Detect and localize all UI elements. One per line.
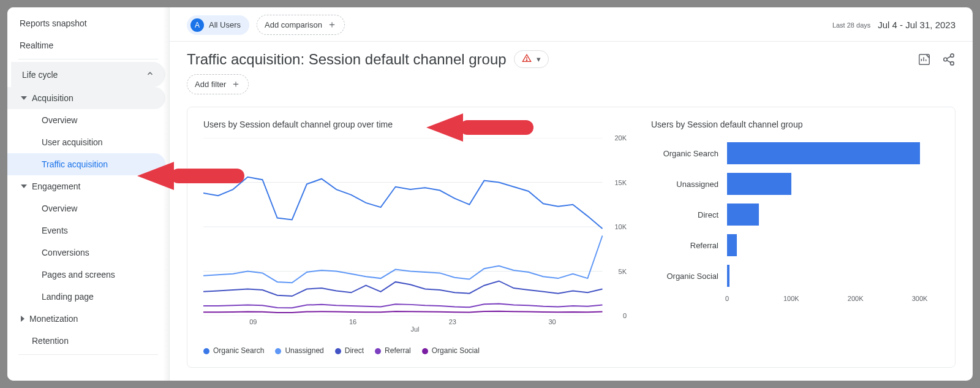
segment-badge: A <box>190 18 204 32</box>
x-tick-label: 16 <box>349 318 356 325</box>
chevron-up-icon <box>146 69 154 80</box>
nav-monetization-label: Monetization <box>29 314 78 324</box>
plus-icon: ＋ <box>327 18 337 31</box>
filter-row: Add filter ＋ <box>170 72 973 103</box>
legend-swatch <box>203 348 209 354</box>
date-range-label: Last 28 days <box>832 21 870 29</box>
nav-eng-conversions[interactable]: Conversions <box>7 242 169 264</box>
bar-track <box>727 200 939 229</box>
nav-realtime[interactable]: Realtime <box>7 34 169 56</box>
svg-point-7 <box>951 61 954 65</box>
bar-label: Referral <box>651 241 718 250</box>
x-tick-label: 23 <box>449 318 456 325</box>
legend-item[interactable]: Direct <box>335 346 364 355</box>
nav-eng-pages[interactable]: Pages and screens <box>7 264 169 286</box>
bar-fill <box>727 265 729 287</box>
bar-row: Referral <box>651 230 939 261</box>
date-range[interactable]: Last 28 days Jul 4 - Jul 31, 2023 <box>832 20 956 30</box>
nav-acquisition-label: Acquisition <box>32 93 74 103</box>
bar-row: Direct <box>651 199 939 230</box>
bar-chart-block: Users by Session default channel group O… <box>651 120 939 355</box>
line-chart-title: Users by Session default channel group o… <box>203 120 627 129</box>
y-tick-label: 5K <box>619 268 627 275</box>
legend-swatch <box>335 348 341 354</box>
bar-label: Organic Social <box>651 272 718 281</box>
customize-report-icon[interactable] <box>918 53 931 66</box>
add-comparison-label: Add comparison <box>265 20 322 29</box>
svg-line-8 <box>947 56 951 58</box>
nav-acquisition[interactable]: Acquisition <box>7 87 165 109</box>
content: Users by Session default channel group o… <box>170 103 973 381</box>
line-chart[interactable]: 05K10K15K20K <box>203 138 627 316</box>
x-tick-label: 0 <box>725 295 729 302</box>
y-tick-label: 10K <box>614 223 627 230</box>
nav-reports-snapshot[interactable]: Reports snapshot <box>7 12 169 34</box>
bar-track <box>727 231 939 259</box>
nav-acq-user[interactable]: User acquisition <box>7 131 169 153</box>
plus-icon: ＋ <box>231 78 241 91</box>
y-tick-label: 0 <box>623 312 627 319</box>
bar-chart-title: Users by Session default channel group <box>651 120 939 129</box>
nav-engagement-label: Engagement <box>32 181 80 191</box>
bar-label: Unassigned <box>651 180 718 189</box>
line-chart-x-month: Jul <box>203 325 627 333</box>
add-filter-button[interactable]: Add filter ＋ <box>187 74 249 94</box>
nav-eng-events[interactable]: Events <box>7 219 169 242</box>
line-chart-x-axis: 09162330 <box>203 318 627 325</box>
line-chart-legend: Organic SearchUnassignedDirectReferralOr… <box>203 346 627 355</box>
bar-fill <box>727 142 920 164</box>
x-tick-label: 09 <box>249 318 257 325</box>
nav-eng-overview[interactable]: Overview <box>7 197 169 219</box>
nav-monetization[interactable]: Monetization <box>7 308 169 330</box>
svg-point-6 <box>944 58 948 61</box>
nav-divider <box>18 59 158 59</box>
legend-label: Referral <box>385 346 411 355</box>
bar-track <box>727 262 939 290</box>
chevron-down-icon <box>21 96 27 100</box>
bar-label: Direct <box>651 210 718 219</box>
svg-line-9 <box>947 60 951 63</box>
title-dropdown[interactable]: ▾ <box>514 50 549 68</box>
chevron-right-icon <box>21 316 24 322</box>
date-range-value: Jul 4 - Jul 31, 2023 <box>878 20 956 30</box>
chevron-down-icon <box>21 184 27 188</box>
nav-acq-traffic[interactable]: Traffic acquisition <box>7 153 165 175</box>
bar-track <box>727 139 939 167</box>
alert-icon <box>522 53 532 65</box>
svg-point-5 <box>951 53 954 57</box>
bar-fill <box>727 173 791 195</box>
add-comparison-button[interactable]: Add comparison ＋ <box>257 15 345 35</box>
legend-label: Organic Social <box>432 346 480 355</box>
bar-fill <box>727 234 737 256</box>
legend-item[interactable]: Organic Social <box>422 346 480 355</box>
legend-swatch <box>422 348 428 354</box>
legend-item[interactable]: Organic Search <box>203 346 264 355</box>
add-filter-label: Add filter <box>195 80 226 89</box>
nav-engagement[interactable]: Engagement <box>7 175 169 197</box>
x-tick-label: 200K <box>848 295 864 302</box>
bar-chart-x-axis: 0100K200K300K <box>727 295 939 307</box>
line-chart-block: Users by Session default channel group o… <box>203 120 627 355</box>
sidebar: Reports snapshot Realtime Life cycle Acq… <box>7 7 170 381</box>
legend-item[interactable]: Unassigned <box>275 346 323 355</box>
bar-row: Organic Search <box>651 138 939 169</box>
chevron-down-icon: ▾ <box>537 55 541 64</box>
bar-track <box>727 170 939 198</box>
y-tick-label: 20K <box>614 134 627 142</box>
legend-item[interactable]: Referral <box>375 346 411 355</box>
nav-acq-overview[interactable]: Overview <box>7 109 169 131</box>
bar-label: Organic Search <box>651 149 718 158</box>
bar-chart[interactable]: Organic SearchUnassignedDirectReferralOr… <box>651 138 939 291</box>
share-icon[interactable] <box>942 53 956 66</box>
segment-chip[interactable]: A All Users <box>187 15 249 35</box>
legend-swatch <box>375 348 381 354</box>
title-row: Traffic acquisition: Session default cha… <box>170 42 973 72</box>
nav-section-lifecycle[interactable]: Life cycle <box>11 62 165 87</box>
bar-fill <box>727 204 759 226</box>
x-tick-label: 100K <box>783 295 799 302</box>
legend-label: Direct <box>345 346 364 355</box>
x-tick-label: 30 <box>549 318 556 325</box>
nav-retention[interactable]: Retention <box>7 330 169 352</box>
x-tick-label: 300K <box>912 295 928 302</box>
nav-eng-landing[interactable]: Landing page <box>7 286 169 308</box>
